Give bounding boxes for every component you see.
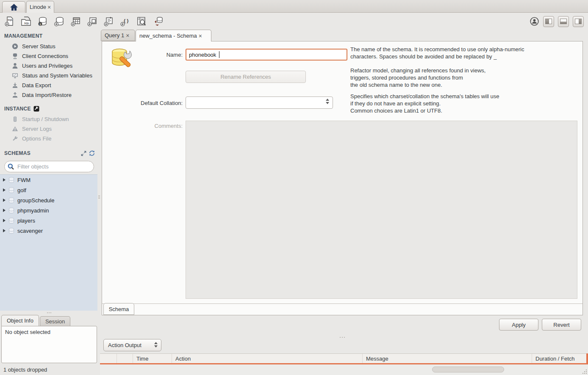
schema-list: FWM golf groupSchedule phpmyadmin player <box>0 174 97 311</box>
management-section-header: MANAGEMENT <box>4 33 95 39</box>
sidebar-item-status-system-variables[interactable]: Status and System Variables <box>0 71 98 80</box>
sidebar-item-options-file[interactable]: Options File <box>0 134 98 143</box>
refresh-schemas-icon[interactable] <box>89 150 95 156</box>
status-text: 1 objects dropped <box>3 367 47 373</box>
schema-label: FWM <box>17 177 31 183</box>
revert-button[interactable]: Revert <box>542 319 581 331</box>
column-header-message[interactable]: Message <box>363 354 532 363</box>
name-label: Name: <box>102 52 183 58</box>
toggle-right-panel-button[interactable] <box>573 16 584 27</box>
button-label: Rename References <box>220 74 271 80</box>
schema-item-phpmyadmin[interactable]: phpmyadmin <box>0 205 97 215</box>
window-resize-grip[interactable] <box>582 369 587 374</box>
tab-object-info[interactable]: Object Info <box>1 315 39 326</box>
action-output-body <box>100 364 588 375</box>
column-header-action[interactable]: Action <box>172 354 363 363</box>
tab-label: Session <box>45 318 65 325</box>
new-sql-tab-icon[interactable]: SQL <box>4 16 15 27</box>
instance-title: INSTANCE <box>4 106 31 112</box>
expander-icon[interactable] <box>3 209 6 212</box>
expander-icon[interactable] <box>3 219 6 222</box>
comments-textarea[interactable] <box>186 121 577 299</box>
default-collation-select[interactable] <box>186 97 333 109</box>
rename-references-button[interactable]: Rename References <box>186 71 306 83</box>
toggle-bottom-panel-button[interactable] <box>558 16 569 27</box>
column-header-index[interactable] <box>117 354 133 363</box>
sidebar-item-data-import[interactable]: Data Import/Restore <box>0 90 98 100</box>
sidebar-item-users-privileges[interactable]: Users and Privileges <box>0 61 98 71</box>
sidebar-item-data-export[interactable]: Data Export <box>0 80 98 90</box>
selector-label: Action Output <box>108 342 141 348</box>
options-file-icon <box>12 135 18 142</box>
schema-item-fwm[interactable]: FWM <box>0 175 97 185</box>
open-sql-script-icon[interactable]: SQL <box>21 16 31 27</box>
expander-icon[interactable] <box>3 229 6 232</box>
reconnect-dbms-icon[interactable] <box>153 16 164 27</box>
tab-label: Query 1 <box>105 32 124 39</box>
expander-icon[interactable] <box>3 188 6 192</box>
item-label: Startup / Shutdown <box>22 116 69 122</box>
left-panel-icon <box>545 19 552 24</box>
item-label: Client Connections <box>22 53 68 59</box>
schema-icon <box>8 177 14 183</box>
schema-icon <box>8 187 14 193</box>
tab-query-1[interactable]: Query 1 × <box>101 30 135 41</box>
search-table-data-icon[interactable] <box>136 16 147 27</box>
mysql-workbench-window: Linode × SQL SQL i { } MANAGEMENT Server <box>0 0 588 375</box>
expander-icon[interactable] <box>3 178 6 182</box>
sidebar-item-startup-shutdown[interactable]: Startup / Shutdown <box>0 114 98 124</box>
column-header-duration[interactable]: Duration / Fetch <box>532 354 588 363</box>
schema-item-groupschedule[interactable]: groupSchedule <box>0 195 97 205</box>
tab-session[interactable]: Session <box>40 316 70 326</box>
sidebar-item-server-status[interactable]: Server Status <box>0 41 98 51</box>
instance-config-icon[interactable] <box>33 106 39 112</box>
create-table-icon[interactable] <box>70 16 81 27</box>
create-function-icon[interactable]: { } <box>120 16 130 27</box>
schema-icon <box>8 197 14 204</box>
close-icon[interactable]: × <box>47 5 51 10</box>
sidebar-item-server-logs[interactable]: Server Logs <box>0 124 98 134</box>
server-status-inspector-icon[interactable]: i <box>37 16 48 27</box>
sidebar-splitter-handle[interactable] <box>0 311 98 315</box>
create-schema-icon[interactable] <box>54 16 64 27</box>
action-output-header-row: Time Action Message Duration / Fetch <box>100 353 588 363</box>
close-icon[interactable]: × <box>126 33 129 38</box>
apply-button[interactable]: Apply <box>499 319 538 331</box>
schemas-title: SCHEMAS <box>4 150 31 156</box>
item-label: Data Export <box>22 82 51 88</box>
output-splitter-handle[interactable] <box>340 337 345 338</box>
schema-item-scavenger[interactable]: scavenger <box>0 226 97 236</box>
client-connections-icon <box>12 53 18 59</box>
default-collation-label: Default Collation: <box>102 100 183 106</box>
item-label: Data Import/Restore <box>22 92 72 98</box>
expander-icon[interactable] <box>3 199 6 202</box>
column-header-time[interactable]: Time <box>133 354 172 363</box>
action-output-selector[interactable]: Action Output <box>103 339 161 351</box>
tab-new-schema[interactable]: new_schema - Schema × <box>136 30 211 41</box>
home-tab[interactable] <box>2 1 25 13</box>
schema-label: groupSchedule <box>17 197 54 204</box>
sidebar-item-client-connections[interactable]: Client Connections <box>0 51 98 61</box>
tab-schema-bottom[interactable]: Schema <box>103 303 134 315</box>
editor-bottom-divider <box>102 303 582 304</box>
main-area: Query 1 × new_schema - Schema × Name: Th… <box>100 30 588 375</box>
toggle-left-panel-button[interactable] <box>543 16 554 27</box>
management-list: Server Status Client Connections Users a… <box>0 41 98 100</box>
close-icon[interactable]: × <box>199 33 202 39</box>
create-stored-procedure-icon[interactable] <box>103 16 114 27</box>
schema-name-field <box>186 49 347 61</box>
filter-objects-input[interactable] <box>4 161 94 172</box>
startup-shutdown-icon <box>12 116 18 122</box>
object-info-tabbar: Object Info Session <box>0 315 98 326</box>
expand-schemas-icon[interactable] <box>81 151 86 156</box>
button-label: Revert <box>553 322 569 328</box>
create-view-icon[interactable] <box>87 16 97 27</box>
schema-name-input[interactable] <box>186 49 347 61</box>
schema-label: golf <box>17 187 26 193</box>
column-header-status[interactable] <box>100 354 117 363</box>
schema-item-golf[interactable]: golf <box>0 185 97 195</box>
safety-check-icon[interactable] <box>530 17 539 26</box>
connection-tab-linode[interactable]: Linode × <box>26 1 54 13</box>
horizontal-scrollbar[interactable] <box>432 367 504 372</box>
schema-item-players[interactable]: players <box>0 215 97 226</box>
